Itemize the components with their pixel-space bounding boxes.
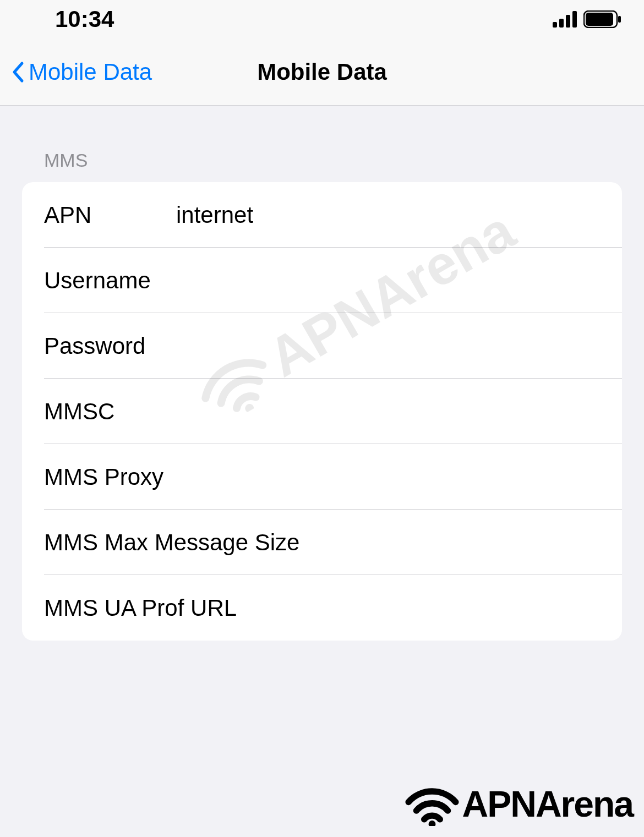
row-mms-ua-prof[interactable]: MMS UA Prof URL bbox=[22, 575, 622, 641]
watermark-bottom: APNArena bbox=[405, 782, 633, 826]
label-mms-ua-prof: MMS UA Prof URL bbox=[44, 595, 237, 621]
row-password[interactable]: Password bbox=[22, 313, 622, 379]
back-label: Mobile Data bbox=[29, 59, 152, 85]
status-time: 10:34 bbox=[55, 6, 114, 32]
label-mms-proxy: MMS Proxy bbox=[44, 464, 163, 490]
cellular-signal-icon bbox=[553, 11, 578, 28]
nav-title: Mobile Data bbox=[257, 59, 387, 85]
label-mmsc: MMSC bbox=[44, 398, 176, 425]
chevron-left-icon bbox=[11, 61, 24, 83]
watermark-bottom-text: APNArena bbox=[462, 783, 633, 825]
row-mms-max-size[interactable]: MMS Max Message Size bbox=[22, 510, 622, 575]
svg-rect-6 bbox=[618, 16, 621, 23]
input-mms-max-size[interactable] bbox=[299, 529, 600, 556]
label-mms-max-size: MMS Max Message Size bbox=[44, 529, 299, 556]
svg-rect-3 bbox=[572, 11, 577, 28]
input-password[interactable] bbox=[176, 333, 600, 359]
row-mms-proxy[interactable]: MMS Proxy bbox=[22, 444, 622, 510]
input-mms-ua-prof[interactable] bbox=[237, 595, 600, 621]
input-username[interactable] bbox=[176, 267, 600, 294]
row-apn[interactable]: APN bbox=[22, 182, 622, 248]
nav-bar: Mobile Data Mobile Data bbox=[0, 39, 644, 106]
settings-group: APN Username Password MMSC MMS Proxy MMS… bbox=[22, 182, 622, 641]
svg-rect-1 bbox=[559, 19, 564, 28]
input-apn[interactable] bbox=[176, 202, 600, 228]
svg-rect-2 bbox=[566, 15, 570, 28]
input-mmsc[interactable] bbox=[176, 398, 600, 425]
input-mms-proxy[interactable] bbox=[163, 464, 600, 490]
label-password: Password bbox=[44, 333, 176, 359]
status-indicators bbox=[553, 10, 622, 28]
status-bar: 10:34 bbox=[0, 0, 644, 39]
wifi-icon bbox=[405, 782, 460, 826]
svg-point-8 bbox=[428, 820, 435, 826]
back-button[interactable]: Mobile Data bbox=[0, 59, 152, 85]
label-username: Username bbox=[44, 267, 176, 294]
label-apn: APN bbox=[44, 202, 176, 228]
row-mmsc[interactable]: MMSC bbox=[22, 379, 622, 444]
svg-rect-0 bbox=[553, 22, 557, 28]
battery-icon bbox=[583, 10, 622, 28]
row-username[interactable]: Username bbox=[22, 248, 622, 313]
section-header-mms: MMS bbox=[22, 150, 622, 171]
content: MMS APN Username Password MMSC MMS Proxy… bbox=[0, 106, 644, 641]
svg-rect-5 bbox=[586, 13, 613, 26]
